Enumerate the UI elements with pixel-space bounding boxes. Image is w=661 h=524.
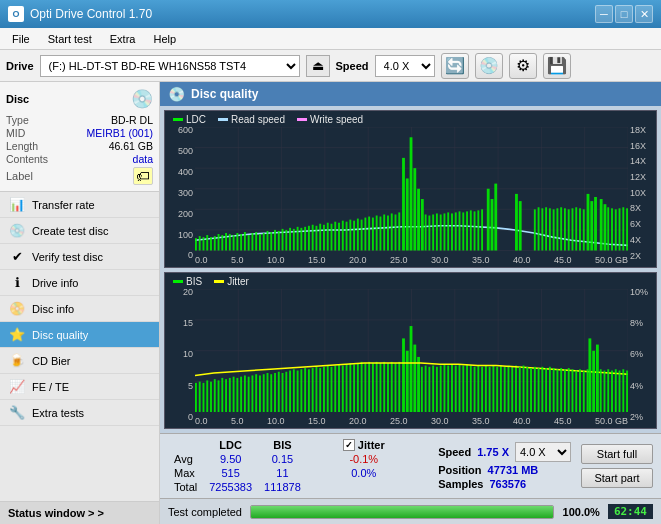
minimize-button[interactable]: ─ <box>595 5 613 23</box>
svg-rect-122 <box>622 207 624 250</box>
svg-rect-252 <box>619 370 621 412</box>
svg-rect-63 <box>406 178 409 250</box>
start-part-button[interactable]: Start part <box>581 468 653 488</box>
ldc-x-axis: 0.05.010.015.020.025.030.035.040.045.050… <box>195 255 628 265</box>
svg-rect-86 <box>455 212 457 250</box>
svg-rect-189 <box>364 363 366 412</box>
content-header: 💿 Disc quality <box>160 82 661 106</box>
svg-rect-46 <box>304 227 306 251</box>
settings-button[interactable]: ⚙ <box>509 53 537 79</box>
svg-rect-165 <box>402 338 405 412</box>
menu-extra[interactable]: Extra <box>102 31 144 47</box>
sidebar-item-fe-te[interactable]: 📈 FE / TE <box>0 374 159 400</box>
sidebar-item-drive-info-label: Drive info <box>32 277 78 289</box>
svg-rect-152 <box>244 375 246 412</box>
close-button[interactable]: ✕ <box>635 5 653 23</box>
sidebar-item-verify-test-disc[interactable]: ✔ Verify test disc <box>0 244 159 270</box>
svg-rect-219 <box>496 366 498 412</box>
start-full-button[interactable]: Start full <box>581 444 653 464</box>
progress-percent: 100.0% <box>562 506 600 518</box>
svg-rect-239 <box>572 369 574 412</box>
svg-rect-19 <box>203 237 205 250</box>
disc-button[interactable]: 💿 <box>475 53 503 79</box>
maximize-button[interactable]: □ <box>615 5 633 23</box>
svg-rect-253 <box>622 369 624 412</box>
status-window-button[interactable]: Status window > > <box>0 501 159 524</box>
speed-select[interactable]: 4.0 X <box>375 55 435 77</box>
speed-row-label: Speed <box>438 446 471 458</box>
speed-row-select[interactable]: 4.0 X <box>515 442 571 462</box>
type-label: Type <box>6 114 29 126</box>
sidebar-item-create-test-disc[interactable]: 💿 Create test disc <box>0 218 159 244</box>
status-text: Test completed <box>168 506 242 518</box>
contents-value: data <box>133 153 153 165</box>
ldc-chart-inner <box>195 127 628 251</box>
svg-rect-27 <box>233 235 235 250</box>
jitter-label: Jitter <box>358 439 385 451</box>
svg-rect-220 <box>500 365 502 412</box>
svg-rect-98 <box>519 201 522 250</box>
svg-rect-151 <box>240 376 242 412</box>
sidebar-item-cd-bier-label: CD Bier <box>32 355 71 367</box>
svg-rect-142 <box>206 380 208 412</box>
svg-rect-114 <box>590 201 593 250</box>
refresh-button[interactable]: 🔄 <box>441 53 469 79</box>
menu-file[interactable]: File <box>4 31 38 47</box>
svg-rect-204 <box>440 365 442 412</box>
ldc-y-axis-right: 18X16X14X12X10X8X6X4X2X <box>628 111 656 267</box>
nav-items: 📊 Transfer rate 💿 Create test disc ✔ Ver… <box>0 192 159 501</box>
sidebar: Disc 💿 Type BD-R DL MID MEIRB1 (001) Len… <box>0 82 160 524</box>
svg-rect-240 <box>575 370 577 412</box>
menu-help[interactable]: Help <box>145 31 184 47</box>
sidebar-item-disc-info[interactable]: 📀 Disc info <box>0 296 159 322</box>
eject-button[interactable]: ⏏ <box>306 55 330 77</box>
sidebar-item-drive-info[interactable]: ℹ Drive info <box>0 270 159 296</box>
mid-value: MEIRB1 (001) <box>86 127 153 139</box>
svg-rect-123 <box>626 208 628 250</box>
svg-rect-159 <box>270 374 272 412</box>
sidebar-item-cd-bier[interactable]: 🍺 CD Bier <box>0 348 159 374</box>
position-label: Position <box>438 464 481 476</box>
svg-rect-77 <box>398 212 400 250</box>
ldc-legend-readspeed-label: Read speed <box>231 114 285 125</box>
drive-label: Drive <box>6 60 34 72</box>
svg-rect-228 <box>530 368 532 412</box>
svg-rect-254 <box>626 370 628 412</box>
sidebar-item-disc-quality[interactable]: ⭐ Disc quality <box>0 322 159 348</box>
disc-section-title: Disc <box>6 93 29 105</box>
ldc-col-header: LDC <box>203 438 258 452</box>
menu-starttest[interactable]: Start test <box>40 31 100 47</box>
drive-select[interactable]: (F:) HL-DT-ST BD-RE WH16NS58 TST4 <box>40 55 300 77</box>
svg-rect-41 <box>285 230 287 251</box>
content-area: 💿 Disc quality LDC Read speed <box>160 82 661 524</box>
svg-rect-17 <box>195 238 197 250</box>
sidebar-item-extra-tests[interactable]: 🔧 Extra tests <box>0 400 159 426</box>
svg-rect-36 <box>267 231 269 251</box>
save-button[interactable]: 💾 <box>543 53 571 79</box>
svg-rect-33 <box>255 232 257 251</box>
svg-rect-231 <box>541 366 543 412</box>
svg-rect-162 <box>282 372 284 412</box>
jitter-checkbox[interactable]: ✓ <box>343 439 355 451</box>
avg-jitter-value: -0.1% <box>337 452 391 466</box>
svg-rect-147 <box>225 379 227 412</box>
svg-rect-229 <box>534 366 536 412</box>
sidebar-item-disc-info-label: Disc info <box>32 303 74 315</box>
sidebar-item-transfer-rate[interactable]: 📊 Transfer rate <box>0 192 159 218</box>
fe-te-icon: 📈 <box>8 379 26 394</box>
svg-rect-43 <box>293 229 295 251</box>
ldc-legend-writespeed-label: Write speed <box>310 114 363 125</box>
ldc-chart-svg <box>195 127 628 251</box>
svg-rect-196 <box>391 361 393 412</box>
svg-rect-103 <box>549 208 551 250</box>
svg-rect-78 <box>425 214 427 250</box>
svg-rect-89 <box>466 211 468 250</box>
svg-rect-83 <box>444 213 446 250</box>
length-label: Length <box>6 140 38 152</box>
svg-rect-188 <box>361 361 363 412</box>
position-value: 47731 MB <box>488 464 539 476</box>
svg-rect-194 <box>383 361 385 412</box>
ldc-legend-ldc: LDC <box>173 114 206 125</box>
svg-rect-153 <box>248 376 250 412</box>
titlebar: O Opti Drive Control 1.70 ─ □ ✕ <box>0 0 661 28</box>
